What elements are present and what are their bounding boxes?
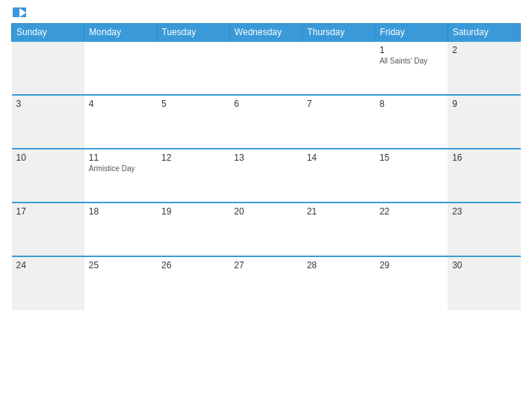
day-number: 27 (234, 260, 297, 271)
calendar-cell: 5 (157, 95, 229, 149)
week-row-1: 3456789 (12, 95, 521, 149)
calendar-cell: 14 (303, 149, 375, 203)
day-number: 15 (380, 152, 443, 163)
calendar-cell: 15 (375, 149, 448, 203)
day-header-thursday: Thursday (303, 24, 375, 42)
logo-top (11, 7, 26, 17)
calendar-cell: 27 (229, 256, 302, 310)
calendar-cell: 7 (303, 95, 375, 149)
week-row-2: 1011Armistice Day1213141516 (12, 149, 521, 203)
header (11, 7, 521, 17)
day-number: 7 (307, 99, 371, 109)
calendar-cell: 26 (157, 256, 229, 310)
calendar-cell: 21 (303, 203, 375, 256)
day-number: 19 (161, 206, 225, 217)
day-header-friday: Friday (375, 24, 448, 42)
day-number: 22 (380, 206, 443, 217)
day-number: 28 (307, 260, 371, 271)
day-number: 26 (161, 260, 225, 271)
calendar-cell (84, 41, 157, 95)
calendar-cell: 28 (303, 256, 375, 310)
day-number: 23 (452, 206, 516, 217)
calendar-cell (12, 41, 84, 95)
calendar-cell: 19 (157, 203, 229, 256)
calendar-cell: 23 (448, 203, 520, 256)
day-number: 18 (89, 206, 152, 217)
week-row-4: 24252627282930 (12, 256, 521, 310)
calendar-header: SundayMondayTuesdayWednesdayThursdayFrid… (12, 24, 521, 42)
day-header-tuesday: Tuesday (157, 24, 229, 42)
day-number: 10 (16, 152, 80, 163)
day-number: 16 (452, 152, 516, 163)
calendar-page: SundayMondayTuesdayWednesdayThursdayFrid… (0, 0, 532, 411)
day-number: 12 (161, 152, 225, 163)
calendar-cell: 1All Saints' Day (375, 41, 448, 95)
calendar-cell: 30 (448, 256, 520, 310)
logo-flag-icon (13, 7, 26, 17)
day-number: 6 (234, 99, 297, 109)
calendar-cell: 24 (12, 256, 84, 310)
calendar-cell: 9 (448, 95, 520, 149)
day-number: 21 (307, 206, 371, 217)
event-label: Armistice Day (89, 164, 152, 173)
day-number: 20 (234, 206, 297, 217)
calendar-cell: 12 (157, 149, 229, 203)
day-number: 2 (452, 45, 516, 55)
day-number: 17 (16, 206, 80, 217)
day-number: 1 (380, 45, 443, 55)
day-header-sunday: Sunday (12, 24, 84, 42)
day-number: 30 (452, 260, 516, 271)
day-number: 4 (89, 99, 152, 109)
day-number: 29 (380, 260, 443, 271)
calendar-cell: 2 (448, 41, 520, 95)
calendar-cell: 6 (229, 95, 302, 149)
calendar-cell: 20 (229, 203, 302, 256)
calendar-cell: 10 (12, 149, 84, 203)
calendar-cell: 25 (84, 256, 157, 310)
calendar-cell: 3 (12, 95, 84, 149)
day-number: 8 (380, 99, 443, 109)
day-number: 14 (307, 152, 371, 163)
day-number: 24 (16, 260, 80, 271)
day-header-wednesday: Wednesday (229, 24, 302, 42)
calendar-cell (303, 41, 375, 95)
calendar-body: 1All Saints' Day234567891011Armistice Da… (12, 41, 521, 310)
calendar-cell: 29 (375, 256, 448, 310)
days-of-week-row: SundayMondayTuesdayWednesdayThursdayFrid… (12, 24, 521, 42)
calendar-cell: 8 (375, 95, 448, 149)
calendar-cell (229, 41, 302, 95)
calendar-cell: 22 (375, 203, 448, 256)
calendar-cell: 4 (84, 95, 157, 149)
calendar-cell: 11Armistice Day (84, 149, 157, 203)
day-number: 11 (89, 152, 152, 163)
week-row-0: 1All Saints' Day2 (12, 41, 521, 95)
day-number: 5 (161, 99, 225, 109)
day-number: 25 (89, 260, 152, 271)
day-number: 13 (234, 152, 297, 163)
calendar-cell: 18 (84, 203, 157, 256)
calendar-cell (157, 41, 229, 95)
week-row-3: 17181920212223 (12, 203, 521, 256)
event-label: All Saints' Day (380, 57, 443, 65)
calendar-cell: 17 (12, 203, 84, 256)
calendar-cell: 16 (448, 149, 520, 203)
day-number: 9 (452, 99, 516, 109)
calendar-cell: 13 (229, 149, 302, 203)
day-header-saturday: Saturday (448, 24, 520, 42)
day-number: 3 (16, 99, 80, 109)
calendar-table: SundayMondayTuesdayWednesdayThursdayFrid… (11, 23, 521, 310)
logo (11, 7, 26, 17)
day-header-monday: Monday (84, 24, 157, 42)
